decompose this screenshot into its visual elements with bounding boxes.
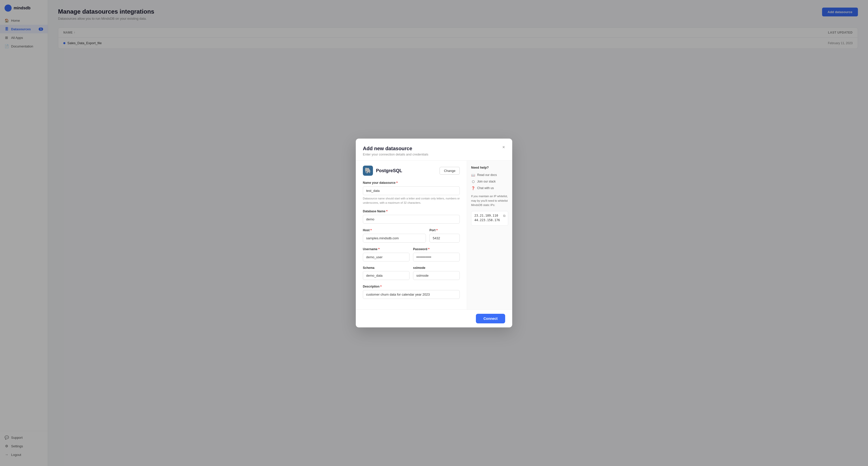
database-name-input[interactable] — [363, 215, 460, 224]
host-label: Host * — [363, 228, 426, 232]
database-name-label: Database Name * — [363, 209, 460, 213]
host-port-row: Host * Port * — [363, 228, 460, 247]
username-input[interactable] — [363, 253, 409, 262]
username-label: Username * — [363, 247, 409, 251]
change-db-type-button[interactable]: Change — [439, 167, 460, 175]
required-indicator-db: * — [386, 209, 387, 213]
description-input[interactable] — [363, 290, 460, 299]
help-link-chat[interactable]: ❓ Chat with us — [471, 186, 508, 190]
password-label: Password * — [413, 247, 460, 251]
required-indicator-user: * — [378, 247, 379, 251]
modal-overlay: Add new datasource Enter your connection… — [0, 0, 868, 466]
description-label: Description * — [363, 285, 460, 289]
datasource-name-input[interactable] — [363, 186, 460, 195]
modal: Add new datasource Enter your connection… — [356, 139, 512, 327]
modal-help-sidebar: Need help? 📖 Read our docs ⬡ Join our sl… — [467, 161, 512, 310]
connect-button[interactable]: Connect — [476, 314, 505, 323]
schema-ssl-row: Schema sslmode — [363, 266, 460, 285]
host-input[interactable] — [363, 234, 426, 242]
copy-ip-button[interactable]: ⧉ — [503, 214, 505, 218]
required-indicator-pass: * — [428, 247, 430, 251]
chat-link-label: Chat with us — [477, 186, 494, 190]
help-title: Need help? — [471, 166, 508, 169]
ip-address-1: 23.21.189.110 — [474, 214, 505, 217]
username-group: Username * — [363, 247, 409, 262]
host-group: Host * — [363, 228, 426, 242]
datasource-name-hint: Datasource name should start with a lett… — [363, 196, 460, 205]
port-group: Port * — [430, 228, 460, 242]
datasource-name-group: Name your datasource * Datasource name s… — [363, 181, 460, 205]
modal-body: 🐘 PostgreSQL Change Name your datasource… — [356, 161, 512, 310]
description-group: Description * — [363, 285, 460, 299]
ip-address-2: 44.223.158.176 — [474, 219, 505, 222]
required-indicator-host: * — [370, 228, 372, 232]
schema-label: Schema — [363, 266, 409, 270]
slack-icon: ⬡ — [471, 179, 475, 183]
db-type-name: PostgreSQL — [376, 168, 402, 173]
postgresql-logo-icon: 🐘 — [365, 167, 371, 174]
db-type-header: 🐘 PostgreSQL Change — [363, 166, 460, 176]
sslmode-input[interactable] — [413, 271, 460, 280]
modal-footer: Connect — [356, 310, 512, 327]
required-indicator: * — [396, 181, 397, 185]
chat-icon: ❓ — [471, 186, 475, 190]
sslmode-group: sslmode — [413, 266, 460, 280]
modal-subtitle: Enter your connection details and creden… — [363, 152, 505, 156]
help-link-docs[interactable]: 📖 Read our docs — [471, 173, 508, 177]
ip-whitelist-info: If you maintain an IP whitelist, may by … — [471, 194, 508, 207]
schema-input[interactable] — [363, 271, 409, 280]
modal-form-area: 🐘 PostgreSQL Change Name your datasource… — [356, 161, 467, 310]
postgresql-logo: 🐘 — [363, 166, 373, 176]
docs-link-label: Read our docs — [477, 173, 497, 177]
modal-title: Add new datasource — [363, 146, 505, 151]
required-indicator-desc: * — [380, 285, 381, 289]
docs-icon: 📖 — [471, 173, 475, 177]
help-link-slack[interactable]: ⬡ Join our slack — [471, 179, 508, 183]
schema-group: Schema — [363, 266, 409, 280]
modal-close-button[interactable]: × — [500, 144, 507, 151]
modal-header: Add new datasource Enter your connection… — [356, 139, 512, 161]
port-input[interactable] — [430, 234, 460, 242]
datasource-name-label: Name your datasource * — [363, 181, 460, 185]
port-label: Port * — [430, 228, 460, 232]
database-name-group: Database Name * — [363, 209, 460, 224]
username-password-row: Username * Password * — [363, 247, 460, 266]
slack-link-label: Join our slack — [477, 180, 496, 183]
password-group: Password * — [413, 247, 460, 262]
password-input[interactable] — [413, 253, 460, 262]
required-indicator-port: * — [436, 228, 437, 232]
sslmode-label: sslmode — [413, 266, 460, 270]
ip-address-box: 23.21.189.110 44.223.158.176 ⧉ — [471, 211, 508, 226]
